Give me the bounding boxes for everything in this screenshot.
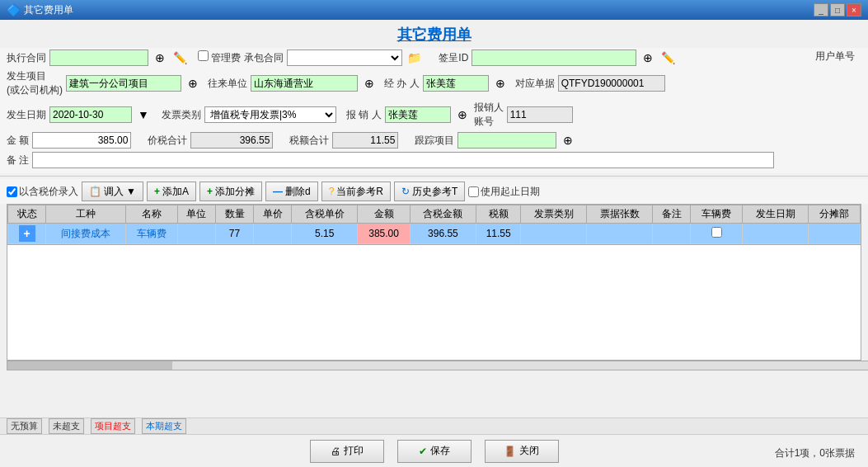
from-unit-search-icon[interactable]: ⊕ xyxy=(361,75,378,92)
include-tax-checkbox-label[interactable]: 以含税价录入 xyxy=(7,185,78,199)
table-row[interactable]: + 间接费成本 车辆费 77 5.15 385.00 396.55 11.55 xyxy=(8,224,861,244)
manager-label: 经 办 人 xyxy=(384,77,420,91)
use-date-label: 使用起止日期 xyxy=(481,185,540,199)
col-split: 分摊部 xyxy=(808,205,860,224)
sign-edit-icon[interactable]: ✏️ xyxy=(659,50,676,66)
col-unit: 单位 xyxy=(177,205,215,224)
adjust-dropdown-icon: ▼ xyxy=(126,186,136,197)
current-ref-icon: ? xyxy=(329,186,335,197)
data-table-container: 状态 工种 名称 单位 数量 单价 含税单价 金额 含税金额 税额 发票类别 票… xyxy=(7,204,861,245)
include-contract-label: 承包合同 xyxy=(244,51,284,65)
col-status: 状态 xyxy=(8,205,46,224)
correspond-label: 对应单据 xyxy=(515,77,555,91)
close-button[interactable]: × xyxy=(847,3,861,17)
vehicle-fee-checkbox[interactable] xyxy=(711,227,722,238)
window-controls[interactable]: _ □ × xyxy=(814,3,861,17)
manage-fee-checkbox[interactable] xyxy=(198,50,209,61)
history-ref-button[interactable]: ↻ 历史参考T xyxy=(394,182,465,201)
sign-search-icon[interactable]: ⊕ xyxy=(640,50,656,66)
cell-invoice-type xyxy=(521,224,587,244)
not-over-tag: 未超支 xyxy=(49,418,84,434)
execute-contract-input[interactable] xyxy=(49,50,148,66)
track-input[interactable] xyxy=(457,132,556,149)
include-contract-select[interactable] xyxy=(287,50,402,66)
manage-fee-label: 管理费 xyxy=(211,52,241,64)
close-icon: 🚪 xyxy=(504,446,516,457)
col-price: 单价 xyxy=(254,205,292,224)
scrollbar-thumb[interactable] xyxy=(7,361,172,370)
maximize-button[interactable]: □ xyxy=(830,3,845,17)
page-title: 其它费用单 xyxy=(0,20,868,48)
tax-label: 税额合计 xyxy=(289,134,329,148)
execute-contract-edit-icon[interactable]: ✏️ xyxy=(171,50,188,66)
add-button[interactable]: + 添加A xyxy=(147,182,196,201)
cell-status: + xyxy=(8,224,46,244)
form-row-3: 发生日期 ▼ 发票类别 增值税专用发票|3% 报 销 人 ⊕ 报销人账号 xyxy=(7,101,861,129)
adjust-icon: 📋 xyxy=(89,186,101,197)
tax-amount-label: 价税合计 xyxy=(148,134,187,148)
reporter-input[interactable] xyxy=(385,106,451,123)
from-unit-input[interactable] xyxy=(251,75,358,92)
save-button[interactable]: ✔ 保存 xyxy=(397,440,472,463)
use-date-checkbox-label[interactable]: 使用起止日期 xyxy=(468,185,540,199)
reporter-no-label: 报销人账号 xyxy=(474,101,504,129)
cell-tax: 11.55 xyxy=(476,224,521,244)
project-over-tag: 项目超支 xyxy=(91,418,135,434)
project-label: 发生项目(或公司机构) xyxy=(7,69,63,97)
include-contract-folder-icon[interactable]: 📁 xyxy=(406,50,422,66)
sign-input[interactable] xyxy=(472,50,636,66)
col-amount: 金额 xyxy=(358,205,411,224)
manager-search-icon[interactable]: ⊕ xyxy=(492,75,509,92)
cell-unit xyxy=(177,224,215,244)
date-input[interactable] xyxy=(49,106,132,123)
execute-contract-label: 执行合同 xyxy=(7,51,46,65)
print-icon: 🖨 xyxy=(331,446,340,457)
correspond-input xyxy=(558,75,665,92)
col-tax: 税额 xyxy=(476,205,521,224)
remark-label: 备 注 xyxy=(7,153,29,167)
row-add-button[interactable]: + xyxy=(19,225,35,242)
cell-invoice-count xyxy=(587,224,653,244)
cell-quantity: 77 xyxy=(215,224,253,244)
remark-input[interactable] xyxy=(32,152,774,168)
col-invoice-count: 票据张数 xyxy=(587,205,653,224)
project-input[interactable] xyxy=(66,75,181,92)
amount-input[interactable] xyxy=(32,132,131,149)
track-label: 跟踪项目 xyxy=(415,134,454,148)
form-row-1: 执行合同 ⊕ ✏️ 管理费 承包合同 📁 签呈ID ⊕ ✏️ xyxy=(7,50,861,66)
current-ref-button[interactable]: ? 当前参考R xyxy=(321,182,391,201)
scrollbar[interactable] xyxy=(7,361,868,370)
status-bar: 无预算 未超支 项目超支 本期超支 xyxy=(0,417,868,434)
invoice-type-label: 发票类别 xyxy=(162,108,201,122)
title-bar-text: 其它费用单 xyxy=(24,3,814,17)
tax-input xyxy=(332,132,398,149)
reporter-search-icon[interactable]: ⊕ xyxy=(454,106,471,123)
add-split-button[interactable]: + 添加分摊 xyxy=(199,182,262,201)
history-ref-icon: ↻ xyxy=(401,186,410,197)
execute-contract-search-icon[interactable]: ⊕ xyxy=(152,50,168,66)
delete-button[interactable]: — 删除d xyxy=(265,182,318,201)
footer-bar: 🖨 打印 ✔ 保存 🚪 关闭 合计1项，0张票据 xyxy=(0,434,868,467)
sign-label: 签呈ID xyxy=(439,51,468,65)
reporter-label: 报 销 人 xyxy=(346,108,382,122)
close-footer-button[interactable]: 🚪 关闭 xyxy=(485,440,559,463)
track-search-icon[interactable]: ⊕ xyxy=(560,132,576,149)
col-tax-amount: 含税金额 xyxy=(411,205,476,224)
manager-input[interactable] xyxy=(423,75,489,92)
minimize-button[interactable]: _ xyxy=(814,3,828,17)
toolbar: 以含税价录入 📋 调入 ▼ + 添加A + 添加分摊 — 删除d ? 当前参考R xyxy=(0,179,868,204)
date-calendar-icon[interactable]: ▼ xyxy=(135,106,152,123)
cell-split xyxy=(808,224,860,244)
cell-price xyxy=(254,224,292,244)
adjust-button[interactable]: 📋 调入 ▼ xyxy=(82,182,143,201)
cell-tax-amount: 396.55 xyxy=(411,224,476,244)
reporter-no-input xyxy=(507,106,573,123)
include-tax-checkbox[interactable] xyxy=(7,186,17,197)
print-button[interactable]: 🖨 打印 xyxy=(310,440,384,463)
project-search-icon[interactable]: ⊕ xyxy=(185,75,201,92)
invoice-type-select[interactable]: 增值税专用发票|3% xyxy=(204,106,336,123)
use-date-checkbox[interactable] xyxy=(468,186,479,197)
col-vehicle-fee: 车辆费 xyxy=(691,205,743,224)
col-invoice-type: 发票类别 xyxy=(521,205,587,224)
from-unit-label: 往来单位 xyxy=(208,77,247,91)
